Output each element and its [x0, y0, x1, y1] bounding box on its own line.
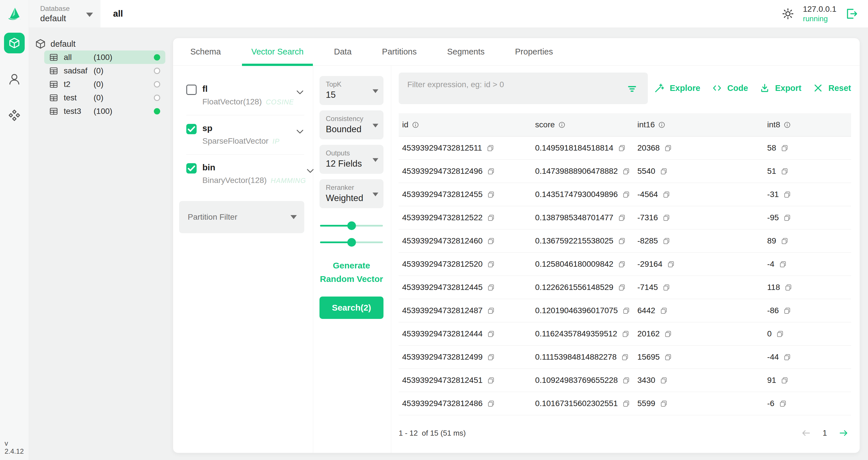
copy-icon[interactable]	[783, 307, 791, 315]
field-checkbox[interactable]	[186, 85, 197, 95]
copy-icon[interactable]	[618, 284, 626, 291]
copy-icon[interactable]	[660, 307, 668, 315]
copy-icon[interactable]	[664, 353, 672, 361]
copy-icon[interactable]	[487, 376, 495, 384]
filter-lines-icon[interactable]	[627, 84, 638, 94]
cell-value: 453939294732812520	[402, 260, 483, 269]
export-button[interactable]: Export	[760, 83, 801, 93]
weight-slider[interactable]	[320, 238, 383, 247]
partition-filter-select[interactable]: Partition Filter	[179, 201, 304, 233]
generate-random-vector-link[interactable]: Generate Random Vector	[319, 259, 383, 286]
copy-icon[interactable]	[622, 307, 630, 315]
filter-expression-input[interactable]	[399, 72, 648, 104]
copy-icon[interactable]	[487, 191, 495, 198]
explore-button[interactable]: Explore	[654, 83, 700, 93]
table-cell: 0.14739888906478882	[532, 167, 634, 176]
param-select-consistency[interactable]: ConsistencyBounded	[319, 110, 383, 139]
column-header-int16[interactable]: int16	[634, 120, 764, 129]
arrow-right-icon[interactable]	[837, 428, 850, 438]
copy-icon[interactable]	[783, 214, 791, 222]
copy-icon[interactable]	[662, 284, 670, 291]
copy-icon[interactable]	[622, 376, 630, 384]
copy-icon[interactable]	[781, 144, 788, 152]
tab-schema[interactable]: Schema	[181, 38, 230, 66]
tab-properties[interactable]: Properties	[506, 38, 562, 66]
copy-icon[interactable]	[487, 400, 495, 407]
arrow-left-icon[interactable]	[800, 428, 812, 438]
copy-icon[interactable]	[664, 144, 672, 152]
copy-icon[interactable]	[662, 237, 670, 245]
param-select-reranker[interactable]: RerankerWeighted	[319, 179, 383, 208]
tree-item-t2[interactable]: t2(0)	[44, 77, 165, 91]
slider-thumb[interactable]	[347, 238, 356, 247]
copy-icon[interactable]	[487, 307, 495, 315]
column-header-score[interactable]: score	[532, 120, 634, 129]
copy-icon[interactable]	[618, 237, 626, 245]
copy-icon[interactable]	[779, 260, 787, 268]
copy-icon[interactable]	[784, 284, 792, 291]
copy-icon[interactable]	[487, 144, 494, 152]
tab-partitions[interactable]: Partitions	[373, 38, 426, 66]
nav-users[interactable]	[4, 69, 25, 90]
copy-icon[interactable]	[622, 191, 630, 198]
copy-icon[interactable]	[487, 260, 495, 268]
field-checkbox[interactable]	[186, 124, 197, 134]
copy-icon[interactable]	[487, 214, 495, 222]
logout-icon[interactable]	[845, 7, 858, 20]
param-select-topk[interactable]: TopK15	[319, 76, 383, 105]
search-params-panel: TopK15ConsistencyBoundedOutputs12 Fields…	[313, 66, 391, 453]
copy-icon[interactable]	[781, 167, 788, 175]
tab-segments[interactable]: Segments	[438, 38, 494, 66]
copy-icon[interactable]	[660, 400, 668, 407]
chevron-down-icon[interactable]	[296, 88, 304, 97]
tree-item-all[interactable]: all(100)	[44, 51, 165, 64]
copy-icon[interactable]	[618, 144, 626, 152]
copy-icon[interactable]	[667, 260, 675, 268]
caret-down-icon	[373, 192, 378, 196]
search-button[interactable]: Search(2)	[319, 297, 383, 319]
param-select-outputs[interactable]: Outputs12 Fields	[319, 145, 383, 174]
copy-icon[interactable]	[781, 237, 788, 245]
copy-icon[interactable]	[487, 237, 495, 245]
reset-button[interactable]: Reset	[813, 83, 851, 93]
copy-icon[interactable]	[618, 260, 626, 268]
tree-item-test3[interactable]: test3(100)	[44, 104, 165, 118]
tab-vector-search[interactable]: Vector Search	[242, 38, 313, 66]
copy-icon[interactable]	[622, 330, 629, 338]
copy-icon[interactable]	[783, 353, 791, 361]
caret-down-icon	[373, 158, 378, 162]
nav-system[interactable]	[4, 105, 25, 126]
chevron-down-icon[interactable]	[296, 127, 304, 136]
code-button[interactable]: Code	[712, 83, 748, 93]
slider-thumb[interactable]	[347, 221, 356, 230]
copy-icon[interactable]	[487, 353, 495, 361]
tab-data[interactable]: Data	[325, 38, 361, 66]
copy-icon[interactable]	[783, 191, 791, 198]
nav-databases[interactable]	[4, 33, 25, 53]
tree-root-database[interactable]: default	[33, 37, 170, 51]
copy-icon[interactable]	[660, 376, 668, 384]
copy-icon[interactable]	[487, 284, 495, 291]
copy-icon[interactable]	[622, 400, 630, 407]
copy-icon[interactable]	[781, 376, 788, 384]
copy-icon[interactable]	[487, 167, 495, 175]
copy-icon[interactable]	[664, 330, 672, 338]
sun-icon[interactable]	[782, 7, 794, 20]
copy-icon[interactable]	[662, 214, 670, 222]
database-selector[interactable]: Database default	[29, 0, 100, 28]
copy-icon[interactable]	[779, 400, 787, 407]
field-checkbox[interactable]	[186, 163, 197, 173]
weight-slider[interactable]	[320, 221, 383, 230]
tree-item-test[interactable]: test(0)	[44, 91, 165, 104]
copy-icon[interactable]	[662, 191, 670, 198]
column-header-int8[interactable]: int8	[764, 120, 851, 129]
copy-icon[interactable]	[622, 167, 630, 175]
copy-icon[interactable]	[621, 353, 629, 361]
tree-item-sadsaf[interactable]: sadsaf(0)	[44, 64, 165, 77]
copy-icon[interactable]	[776, 330, 784, 338]
copy-icon[interactable]	[487, 330, 495, 338]
current-page[interactable]: 1	[823, 429, 827, 438]
copy-icon[interactable]	[618, 214, 626, 222]
copy-icon[interactable]	[660, 167, 668, 175]
column-header-id[interactable]: id	[399, 120, 532, 129]
